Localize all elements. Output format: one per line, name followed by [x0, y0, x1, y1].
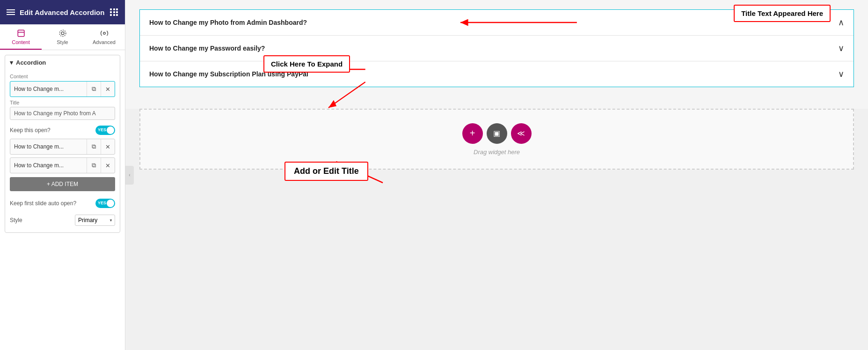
drop-buttons: + ▣ ≪ — [462, 123, 532, 144]
sidebar-tabs: Content Style Advanced — [0, 24, 125, 50]
accordion-widget: How to Change my Photo from Admin Dashbo… — [139, 9, 854, 87]
accordion-item-row-2[interactable]: How to Change m... ⧉ ✕ — [10, 139, 115, 155]
accordion-item-header-2[interactable]: How to Change my Password easily? ∨ — [140, 36, 853, 61]
style-label: Style — [10, 217, 22, 223]
item-row-text-2: How to Change m... — [10, 140, 87, 153]
bottom-drop-area: + ▣ ≪ Drag widget here — [139, 109, 854, 170]
accordion-item-row-1[interactable]: How to Change m... ⧉ ✕ — [10, 81, 115, 97]
tab-style[interactable]: Style — [42, 24, 83, 50]
tab-advanced[interactable]: Advanced — [83, 24, 125, 50]
keep-open-toggle[interactable]: YES — [95, 126, 115, 135]
close-btn-1[interactable]: ✕ — [101, 82, 115, 97]
sidebar-content: ▾ Accordion Content How to Change m... ⧉… — [0, 50, 125, 350]
keep-open-label: Keep this open? — [10, 127, 51, 134]
accordion-item-title-1: How to Change my Photo from Admin Dashbo… — [149, 19, 307, 26]
copy-btn-3[interactable]: ⧉ — [87, 158, 101, 173]
toggle-yes-label-2: YES — [98, 201, 106, 205]
collapse-handle[interactable]: ‹ — [125, 166, 134, 185]
accordion-widget-item-1[interactable]: How to Change my Photo from Admin Dashbo… — [140, 10, 853, 36]
svg-rect-0 — [18, 30, 24, 37]
item-row-text-1: How to Change m... — [10, 82, 87, 96]
keep-open-row: Keep this open? YES — [10, 122, 115, 139]
item-row-text-3: How to Change m... — [10, 159, 87, 172]
sidebar-title: Edit Advanced Accordion — [20, 8, 105, 16]
toggle-yes-label: YES — [98, 127, 106, 132]
drop-label: Drag widget here — [474, 149, 520, 156]
accordion-item-title-3: How to Change my Subscription Plan using… — [149, 70, 308, 78]
tab-content[interactable]: Content — [0, 24, 42, 50]
add-item-button[interactable]: + ADD ITEM — [10, 177, 115, 191]
close-btn-3[interactable]: ✕ — [101, 158, 115, 173]
style-row: Style Primary Secondary Default — [10, 212, 115, 229]
title-input-row: Title — [10, 100, 115, 120]
style-select[interactable]: Primary Secondary Default — [75, 215, 115, 226]
accordion-widget-item-2[interactable]: How to Change my Password easily? ∨ — [140, 36, 853, 61]
accordion-chevron-2: ∨ — [838, 43, 844, 53]
style-select-wrapper[interactable]: Primary Secondary Default — [75, 215, 115, 226]
accordion-section-body: Content How to Change m... ⧉ ✕ Title Kee… — [5, 70, 120, 232]
accordion-section-label: Accordion — [16, 59, 46, 66]
grid-icon[interactable] — [110, 8, 118, 16]
keep-first-open-label: Keep first slide auto open? — [10, 200, 76, 207]
svg-point-4 — [103, 32, 105, 35]
main-content: ‹ How to Change my Photo from Admin Dash… — [125, 0, 868, 350]
widget-area: How to Change my Photo from Admin Dashbo… — [125, 0, 868, 109]
close-btn-2[interactable]: ✕ — [101, 139, 115, 154]
title-input[interactable] — [10, 107, 115, 120]
sidebar-header: Edit Advanced Accordion — [0, 0, 125, 24]
drop-folder-button[interactable]: ▣ — [487, 123, 507, 144]
accordion-widget-item-3[interactable]: How to Change my Subscription Plan using… — [140, 61, 853, 87]
menu-icon[interactable] — [7, 9, 15, 15]
accordion-item-header-3[interactable]: How to Change my Subscription Plan using… — [140, 61, 853, 87]
copy-btn-2[interactable]: ⧉ — [87, 139, 101, 154]
accordion-item-header-1[interactable]: How to Change my Photo from Admin Dashbo… — [140, 10, 853, 35]
keep-first-switch[interactable]: YES — [95, 199, 115, 208]
accordion-item-row-3[interactable]: How to Change m... ⧉ ✕ — [10, 157, 115, 173]
accordion-chevron-3: ∨ — [838, 69, 844, 79]
tab-style-label: Style — [57, 39, 68, 45]
content-label: Content — [10, 74, 115, 79]
accordion-section-header[interactable]: ▾ Accordion — [5, 55, 120, 70]
tab-advanced-label: Advanced — [93, 39, 116, 45]
svg-point-3 — [59, 30, 66, 37]
keep-open-switch[interactable]: YES — [95, 126, 115, 135]
copy-btn-1[interactable]: ⧉ — [87, 82, 101, 97]
accordion-chevron-1: ∧ — [838, 17, 844, 28]
sidebar: Edit Advanced Accordion Content Style — [0, 0, 125, 350]
accordion-panel: ▾ Accordion Content How to Change m... ⧉… — [5, 55, 120, 233]
tab-content-label: Content — [12, 39, 30, 45]
drop-custom-button[interactable]: ≪ — [511, 123, 532, 144]
title-input-label: Title — [10, 100, 115, 105]
keep-first-toggle[interactable]: YES — [95, 199, 115, 208]
keep-first-open-row: Keep first slide auto open? YES — [10, 195, 115, 212]
svg-point-2 — [61, 32, 64, 35]
collapse-arrow: ▾ — [10, 59, 13, 66]
drop-plus-button[interactable]: + — [462, 123, 483, 144]
accordion-item-title-2: How to Change my Password easily? — [149, 45, 265, 52]
